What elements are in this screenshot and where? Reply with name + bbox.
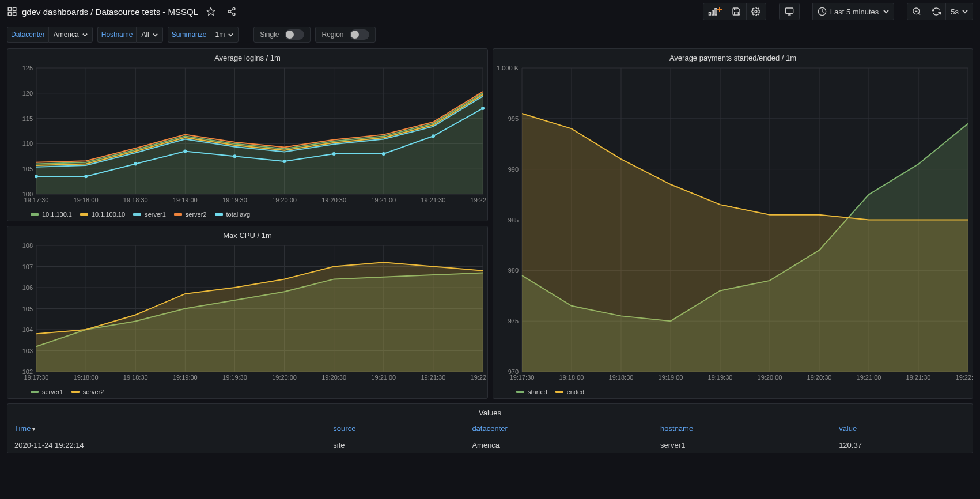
svg-marker-4 [207,7,214,15]
svg-text:105: 105 [22,305,33,312]
svg-text:19:17:30: 19:17:30 [510,374,535,381]
svg-point-5 [233,7,235,10]
legend-item[interactable]: server1 [31,388,63,395]
panel-values[interactable]: Values Time ▾sourcedatacenterhostnameval… [7,403,973,453]
svg-rect-12 [715,9,717,15]
time-range-picker[interactable]: Last 5 minutes [812,3,895,20]
svg-rect-11 [712,10,713,15]
table-cell: server1 [653,437,832,453]
panel-logins-title: Average logins / 1m [7,49,487,65]
table-header[interactable]: Time ▾ [7,419,326,437]
svg-point-60 [382,152,385,156]
legend-swatch [31,391,39,393]
legend-item[interactable]: 10.1.100.1 [31,211,72,218]
table-cell: 2020-11-24 19:22:14 [7,437,326,453]
adhoc-region: Region [315,27,375,43]
panel-payments[interactable]: Average payments started/ended / 1m 9709… [493,48,973,399]
legend-label: server1 [145,211,166,218]
svg-point-53 [35,175,38,178]
svg-text:19:20:00: 19:20:00 [272,196,297,203]
svg-text:19:21:00: 19:21:00 [371,196,396,203]
svg-text:120: 120 [22,90,33,97]
values-table: Time ▾sourcedatacenterhostnamevalue 2020… [7,419,973,453]
adhoc-single-switch[interactable] [285,29,304,40]
share-icon[interactable] [224,3,240,20]
legend-payments: startedended [493,386,973,400]
svg-text:19:21:00: 19:21:00 [857,374,881,381]
svg-text:115: 115 [22,115,33,122]
legend-item[interactable]: 10.1.100.10 [80,211,125,218]
chart-payments[interactable]: 9709759809859909951.000 K19:17:3019:18:0… [493,65,973,386]
svg-text:19:18:30: 19:18:30 [123,196,148,203]
chart-logins[interactable]: 10010511011512012519:17:3019:18:0019:18:… [7,65,487,209]
refresh-interval-label: 5s [951,7,959,16]
svg-point-54 [84,175,88,178]
table-header[interactable]: value [832,419,973,437]
legend-swatch [174,213,182,216]
zoom-out-button[interactable] [907,3,926,20]
table-row[interactable]: 2020-11-24 19:22:14siteAmericaserver1120… [7,437,973,453]
svg-text:19:17:30: 19:17:30 [24,196,49,203]
save-dashboard-button[interactable] [727,3,747,20]
var-summarize-select[interactable]: 1m [210,27,239,43]
svg-point-59 [332,152,336,156]
svg-rect-2 [8,13,11,16]
settings-gear-icon[interactable] [747,3,766,20]
var-summarize-label: Summarize [168,27,210,43]
var-hostname-select[interactable]: All [136,27,162,43]
table-header[interactable]: source [326,419,465,437]
svg-text:19:18:00: 19:18:00 [74,196,99,203]
favorite-star-icon[interactable] [203,3,219,20]
svg-text:19:18:30: 19:18:30 [609,374,634,381]
panel-cpu[interactable]: Max CPU / 1m 10210310410510610710819:17:… [7,226,488,399]
refresh-button[interactable] [926,3,946,20]
legend-label: total avg [226,211,251,218]
chart-cpu[interactable]: 10210310410510610710819:17:3019:18:0019:… [7,242,487,386]
refresh-interval-picker[interactable]: 5s [946,3,973,20]
svg-text:985: 985 [508,217,519,224]
svg-text:19:19:00: 19:19:00 [173,374,198,381]
svg-text:19:21:00: 19:21:00 [371,374,396,381]
svg-text:19:20:00: 19:20:00 [758,374,782,381]
svg-text:19:22:00: 19:22:00 [956,374,973,381]
adhoc-region-switch[interactable] [350,29,369,40]
svg-text:104: 104 [22,326,33,333]
svg-text:19:18:00: 19:18:00 [74,374,99,381]
svg-text:19:21:30: 19:21:30 [906,374,931,381]
top-toolbar: gdev dashboards / Datasource tests - MSS… [0,0,980,23]
legend-item[interactable]: server2 [71,388,104,395]
var-hostname-value: All [141,31,149,39]
kiosk-monitor-button[interactable] [779,3,800,20]
legend-item[interactable]: started [516,388,547,395]
legend-cpu: server1server2 [7,386,487,400]
svg-text:1.000 K: 1.000 K [497,65,519,71]
legend-swatch [71,391,80,393]
right-column: Average payments started/ended / 1m 9709… [493,48,973,399]
svg-text:19:20:30: 19:20:30 [321,196,346,203]
var-datacenter-select[interactable]: America [48,27,93,43]
legend-logins: 10.1.100.110.1.100.10server1server2total… [7,209,487,222]
legend-item[interactable]: ended [555,388,585,395]
legend-swatch [516,391,524,393]
legend-swatch [80,213,88,216]
add-panel-button[interactable] [703,3,727,20]
adhoc-single-label: Single [260,31,279,39]
table-header[interactable]: hostname [653,419,832,437]
legend-item[interactable]: server1 [133,211,166,218]
legend-item[interactable]: server2 [174,211,207,218]
table-header[interactable]: datacenter [465,419,653,437]
svg-line-19 [918,13,920,15]
panel-logins[interactable]: Average logins / 1m 10010511011512012519… [7,48,488,221]
legend-swatch [133,213,141,216]
svg-text:19:21:30: 19:21:30 [421,196,445,203]
svg-text:995: 995 [508,115,519,122]
page-title[interactable]: gdev dashboards / Datasource tests - MSS… [22,7,198,17]
svg-rect-10 [709,13,710,16]
legend-swatch [215,213,223,216]
dashboard-icon [7,6,17,17]
svg-text:125: 125 [22,65,33,71]
legend-label: 10.1.100.1 [42,211,72,218]
svg-text:19:20:00: 19:20:00 [272,374,297,381]
legend-item[interactable]: total avg [215,211,251,218]
svg-text:19:17:30: 19:17:30 [24,374,49,381]
